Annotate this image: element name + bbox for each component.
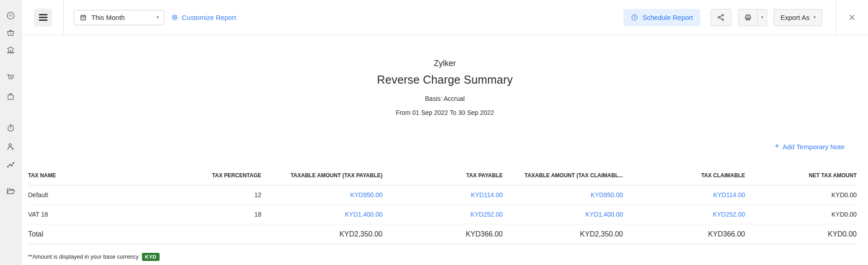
sidebar-item-banking[interactable] xyxy=(5,43,17,56)
table-cell: KYD114.00 xyxy=(382,185,503,205)
report-title: Reverse Charge Summary xyxy=(22,73,868,86)
total-value: KYD366.00 xyxy=(382,224,503,244)
gear-icon xyxy=(171,14,179,21)
table-header-row: TAX NAMETAX PERCENTAGETAXABLE AMOUNT (TA… xyxy=(28,163,857,185)
total-value xyxy=(141,224,261,244)
close-icon: × xyxy=(849,11,855,24)
add-temporary-note-label: Add Temporary Note xyxy=(783,143,844,151)
table-row: VAT 1818KYD1,400.00KYD252.00KYD1,400.00K… xyxy=(28,205,857,224)
total-value: KYD2,350.00 xyxy=(503,224,623,244)
amount-drilldown-link[interactable]: KYD114.00 xyxy=(471,191,503,199)
timer-icon xyxy=(6,123,15,132)
org-name: Zylker xyxy=(22,59,868,68)
report-basis: Basis: Accrual xyxy=(22,95,868,102)
app-window: This Month ▾ Customize Report Schedule R… xyxy=(0,0,868,265)
table-cell: 18 xyxy=(141,205,261,224)
close-report-button[interactable]: × xyxy=(836,12,868,23)
chevron-down-icon: ▾ xyxy=(813,15,816,19)
table-cell: KYD1,400.00 xyxy=(503,205,623,224)
add-note-row: + Add Temporary Note xyxy=(22,142,844,151)
sidebar-item-sales[interactable] xyxy=(5,71,17,83)
sidebar-item-reports[interactable] xyxy=(5,158,17,171)
table-cell: KYD0.00 xyxy=(745,185,857,205)
table-cell: 12 xyxy=(141,185,261,205)
sidebar-item-dashboard[interactable] xyxy=(5,9,17,22)
amount-drilldown-link[interactable]: KYD950.00 xyxy=(350,191,382,199)
nav-sidebar xyxy=(0,0,22,265)
shopping-bag-icon xyxy=(6,92,15,101)
clock-icon xyxy=(631,14,638,21)
amount-drilldown-link[interactable]: KYD114.00 xyxy=(713,191,745,199)
hamburger-icon xyxy=(39,14,47,15)
table-cell: Default xyxy=(28,185,141,205)
toggle-sidebar-button[interactable] xyxy=(34,9,52,27)
toolbar-divider xyxy=(63,0,64,35)
report-title-block: Zylker Reverse Charge Summary Basis: Acc… xyxy=(22,59,868,116)
table-cell: KYD950.00 xyxy=(261,185,382,205)
table-cell: KYD252.00 xyxy=(623,205,745,224)
column-header: TAX CLAIMABLE xyxy=(623,163,745,185)
person-star-icon xyxy=(6,142,15,151)
report-body: Zylker Reverse Charge Summary Basis: Acc… xyxy=(22,35,868,265)
table-cell: KYD950.00 xyxy=(503,185,623,205)
table-row: Default12KYD950.00KYD114.00KYD950.00KYD1… xyxy=(28,185,857,205)
column-header: TAX PERCENTAGE xyxy=(141,163,261,185)
column-header: NET TAX AMOUNT xyxy=(745,163,857,185)
reverse-charge-summary-table: TAX NAMETAX PERCENTAGETAXABLE AMOUNT (TA… xyxy=(28,163,857,244)
table-cell: KYD1,400.00 xyxy=(261,205,382,224)
chevron-down-icon: ▾ xyxy=(761,15,764,19)
amount-drilldown-link[interactable]: KYD252.00 xyxy=(712,211,745,218)
schedule-report-label: Schedule Report xyxy=(642,14,693,21)
sidebar-item-purchases[interactable] xyxy=(5,90,17,103)
report-toolbar: This Month ▾ Customize Report Schedule R… xyxy=(22,0,868,35)
table-cell: KYD0.00 xyxy=(745,205,857,224)
plus-icon: + xyxy=(774,142,779,150)
add-temporary-note-link[interactable]: + Add Temporary Note xyxy=(774,142,844,151)
currency-footnote-text: **Amount is displayed in your base curre… xyxy=(28,254,139,260)
cart-icon xyxy=(6,72,15,82)
column-header: TAXABLE AMOUNT (TAX CLAIMABL... xyxy=(503,163,623,185)
basket-icon xyxy=(6,28,15,38)
schedule-report-button[interactable]: Schedule Report xyxy=(623,9,700,26)
currency-footnote: **Amount is displayed in your base curre… xyxy=(28,253,868,261)
total-value: KYD0.00 xyxy=(745,224,857,244)
share-icon xyxy=(717,13,725,22)
sidebar-item-time-tracking[interactable] xyxy=(5,121,17,134)
gauge-icon xyxy=(6,11,15,20)
folder-icon xyxy=(6,186,15,196)
total-label: Total xyxy=(28,224,141,244)
report-date-range: From 01 Sep 2022 To 30 Sep 2022 xyxy=(22,109,868,116)
bank-icon xyxy=(6,45,15,55)
customize-report-link[interactable]: Customize Report xyxy=(171,14,236,21)
column-header: TAXABLE AMOUNT (TAX PAYABLE) xyxy=(261,163,382,185)
share-button[interactable] xyxy=(711,9,731,26)
table-total-row: TotalKYD2,350.00KYD366.00KYD2,350.00KYD3… xyxy=(28,224,857,244)
table-cell: KYD114.00 xyxy=(623,185,745,205)
calendar-icon xyxy=(79,14,87,22)
currency-badge: KYD xyxy=(142,253,160,261)
print-options-caret[interactable]: ▾ xyxy=(757,9,767,26)
export-as-label: Export As xyxy=(780,14,809,21)
sidebar-item-accountant[interactable] xyxy=(5,140,17,153)
column-header: TAX PAYABLE xyxy=(382,163,503,185)
amount-drilldown-link[interactable]: KYD1,400.00 xyxy=(585,211,623,218)
total-value: KYD2,350.00 xyxy=(261,224,382,244)
total-value: KYD366.00 xyxy=(623,224,745,244)
sidebar-item-documents[interactable] xyxy=(5,185,17,197)
report-page: This Month ▾ Customize Report Schedule R… xyxy=(22,0,868,265)
amount-drilldown-link[interactable]: KYD1,400.00 xyxy=(345,211,382,218)
trend-chart-icon xyxy=(6,160,15,170)
print-button[interactable] xyxy=(739,9,757,26)
date-range-select[interactable]: This Month ▾ xyxy=(74,10,164,25)
export-as-button[interactable]: Export As ▾ xyxy=(774,9,822,26)
table-cell: KYD252.00 xyxy=(382,205,503,224)
sidebar-item-items[interactable] xyxy=(5,26,17,39)
print-button-group: ▾ xyxy=(738,9,768,26)
customize-report-label: Customize Report xyxy=(182,14,236,21)
column-header: TAX NAME xyxy=(28,163,141,185)
printer-icon xyxy=(744,13,752,22)
chevron-down-icon: ▾ xyxy=(156,15,159,19)
amount-drilldown-link[interactable]: KYD252.00 xyxy=(470,211,503,218)
date-range-value: This Month xyxy=(91,14,125,21)
amount-drilldown-link[interactable]: KYD950.00 xyxy=(590,191,623,199)
